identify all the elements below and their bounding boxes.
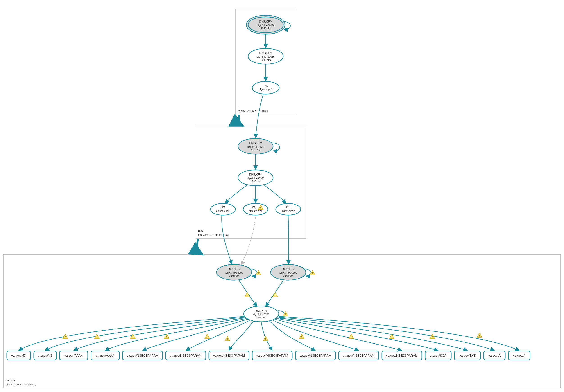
svg-text:alg=7, id=36085: alg=7, id=36085 [279,271,297,274]
zone-vagov-timestamp: (2023-07-27 17:39:16 UTC) [6,383,36,386]
edge-rootds-govksk [255,94,263,138]
svg-text:va.gov/SOA: va.gov/SOA [430,354,447,357]
rrset-row: va.gov/MX va.gov/NS va.gov/AAAA va.gov/A… [7,351,530,360]
svg-text:va.gov/MX: va.gov/MX [11,354,26,357]
svg-text:2048 bits: 2048 bits [261,58,271,61]
svg-text:alg=7, id=5223: alg=7, id=5223 [253,313,269,316]
svg-text:2048 bits: 2048 bits [256,316,266,319]
svg-text:va.gov/A: va.gov/A [513,354,525,357]
zsk-to-rr-edges [19,316,519,351]
zone-root-timestamp: (2023-07-27 14:55:25 UTC) [238,110,268,112]
svg-text:alg=7, id=52306: alg=7, id=52306 [225,271,243,274]
svg-text:DS: DS [286,205,290,209]
svg-text:va.gov/NS: va.gov/NS [38,354,53,357]
svg-text:alg=8, id=20326: alg=8, id=20326 [257,24,275,27]
svg-text:2048 bits: 2048 bits [251,149,261,151]
svg-text:alg=8, id=11019: alg=8, id=11019 [257,55,275,58]
node-gov-ds3 [276,203,301,215]
svg-text:va.gov/NSEC3PARAM: va.gov/NSEC3PARAM [213,354,245,357]
svg-text:2048 bits: 2048 bits [283,274,293,277]
svg-text:alg=8, id=40921: alg=8, id=40921 [247,177,265,180]
svg-text:va.gov/NSEC3PARAM: va.gov/NSEC3PARAM [386,354,418,357]
node-root-ds [252,81,279,94]
zone-gov-label: gov [198,229,203,232]
node-gov-ds2 [243,203,268,215]
svg-text:DNSKEY: DNSKEY [249,141,262,145]
node-gov-ds1 [211,203,235,215]
svg-text:va.gov/NSEC3PARAM: va.gov/NSEC3PARAM [127,354,158,357]
zone-arrow-root-gov [239,115,243,126]
svg-text:DNSKEY: DNSKEY [255,309,268,312]
rr-warn-icons [63,333,482,341]
dnssec-diagram: ! . (2023-07-27 14:55:25 UTC) DNSKEY alg… [0,0,564,392]
svg-text:digest alg=2: digest alg=2 [259,88,272,91]
root-ksk-title: DNSKEY [259,20,272,23]
zone-arrow-gov-vagov [197,239,203,255]
svg-text:DS: DS [263,84,268,88]
svg-text:va.gov/AAAA: va.gov/AAAA [96,354,115,357]
zone-gov-timestamp: (2023-07-27 15:15:03 UTC) [198,234,228,236]
zone-vagov-label: va.gov [6,378,15,382]
svg-text:DS: DS [251,205,255,209]
svg-text:2048 bits: 2048 bits [261,27,271,30]
svg-text:1280 bits: 1280 bits [251,180,261,183]
svg-text:DNSKEY: DNSKEY [282,267,295,271]
svg-text:digest alg=2: digest alg=2 [216,210,230,212]
svg-text:va.gov/NSEC3PARAM: va.gov/NSEC3PARAM [170,354,202,357]
svg-text:DS: DS [221,205,225,209]
svg-text:2048 bits: 2048 bits [229,274,239,277]
svg-text:DNSKEY: DNSKEY [228,267,241,271]
svg-text:va.gov/NSEC3PARAM: va.gov/NSEC3PARAM [256,354,288,357]
zone-root-label: . [238,105,239,109]
svg-text:digest alg=1: digest alg=1 [249,210,262,212]
svg-text:va.gov/NSEC3PARAM: va.gov/NSEC3PARAM [300,354,331,357]
svg-text:DNSKEY: DNSKEY [259,51,272,55]
svg-text:alg=8, id=7698: alg=8, id=7698 [247,145,264,148]
svg-text:digest alg=2: digest alg=2 [282,210,295,212]
svg-text:va.gov/AAAA: va.gov/AAAA [64,354,83,357]
svg-text:va.gov/A: va.gov/A [488,354,501,357]
self-loop-gov-ksk [272,143,280,151]
svg-text:DNSKEY: DNSKEY [249,173,262,176]
warn-icon [283,312,288,316]
svg-text:va.gov/TXT: va.gov/TXT [459,354,476,357]
svg-text:va.gov/NSEC3PARAM: va.gov/NSEC3PARAM [343,354,375,357]
